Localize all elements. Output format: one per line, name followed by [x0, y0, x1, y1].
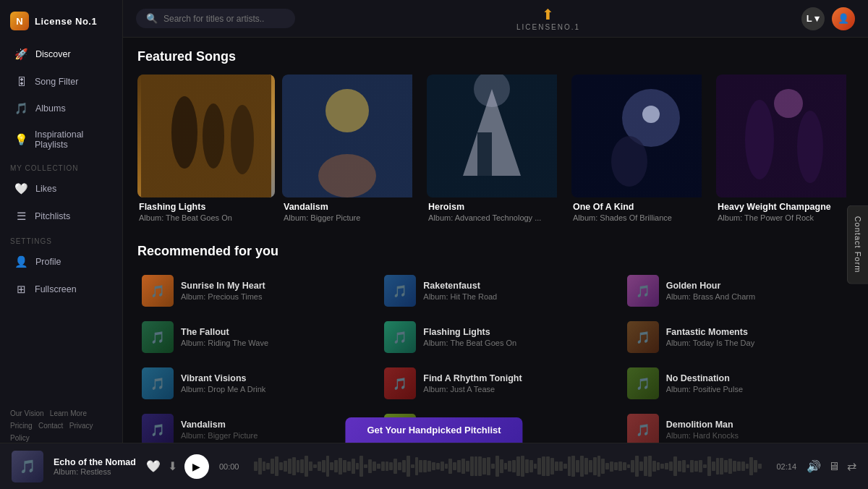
rec-album-fantastic: Album: Today Is The Day [666, 339, 793, 347]
like-btn-fantastic[interactable]: 🤍 [817, 330, 832, 344]
like-btn-flashing2[interactable]: 🤍 [574, 330, 590, 344]
like-btn-modular[interactable]: 🤍 [574, 422, 590, 437]
brand-icon: ⬆ [542, 6, 554, 23]
rec-row-fantastic-moments[interactable]: 🎵 Fantastic Moments Album: Today Is The … [623, 315, 854, 359]
download-btn-nodest[interactable]: ⬇ [801, 376, 812, 391]
rec-thumb-golden-hour: 🎵 [627, 275, 659, 307]
download-btn-golden[interactable]: ⬇ [801, 284, 812, 298]
player-waveform[interactable] [254, 454, 762, 479]
shuffle-button[interactable]: ⇄ [847, 459, 856, 473]
rec-row-vibrant[interactable]: 🎵 Vibrant Visions Album: Drop Me A Drink… [137, 362, 368, 405]
like-btn-raketenfaust[interactable]: 🤍 [574, 284, 590, 298]
footer-link-pricing[interactable]: Pricing [10, 422, 33, 430]
rec-title-fantastic: Fantastic Moments [666, 327, 793, 337]
rec-info-vibrant: Vibrant Visions Album: Drop Me A Drink [181, 373, 308, 394]
more-btn-nodest[interactable]: ⋮ [836, 376, 849, 391]
download-btn-vandalism2[interactable]: ⬇ [315, 422, 327, 437]
like-btn-fallout[interactable]: 🤍 [331, 330, 346, 344]
sidebar-item-label: Albums [35, 103, 66, 114]
featured-card-heroism[interactable]: Heroism Album: Advanced Technology ... [427, 75, 564, 226]
like-btn-sunrise[interactable]: 🤍 [331, 284, 346, 298]
featured-art-4 [571, 75, 709, 197]
sidebar-item-discover[interactable]: 🚀 Discover [4, 41, 118, 67]
rec-row-flashing-lights-2[interactable]: 🎵 Flashing Lights Album: The Beat Goes O… [380, 315, 610, 359]
rec-row-sunrise[interactable]: 🎵 Sunrise In My Heart Album: Precious Ti… [137, 269, 368, 312]
play-pause-button[interactable]: ▶ [184, 454, 209, 479]
sidebar-item-fullscreen[interactable]: ⊞ Fullscreen [4, 276, 118, 302]
rec-title-vandalism-2: Vandalism [181, 420, 308, 430]
search-box[interactable]: 🔍 [136, 9, 295, 28]
more-btn-demolition[interactable]: ⋮ [836, 422, 849, 437]
rec-info-demolition: Demolition Man Album: Hard Knocks [666, 420, 793, 440]
cta-banner[interactable]: Get Your Handpicked Pitchlist [345, 417, 522, 443]
topbar-center: ⬆ LICENSENO.1 [305, 6, 791, 31]
featured-card-vandalism[interactable]: Vandalism Album: Bigger Picture [282, 75, 420, 226]
more-btn-fallout[interactable]: ⋮ [351, 330, 364, 344]
sidebar-item-pitchlists[interactable]: ☰ Pitchlists [4, 203, 118, 229]
logo-icon: N [10, 12, 29, 30]
rec-row-raketenfaust[interactable]: 🎵 Raketenfaust Album: Hit The Road ⬇ 🤍 ⋮ [380, 269, 610, 312]
sidebar-item-albums[interactable]: 🎵 Albums [4, 95, 118, 122]
download-btn-sunrise[interactable]: ⬇ [315, 284, 327, 298]
like-btn-nodest[interactable]: 🤍 [817, 376, 832, 391]
like-btn-vandalism2[interactable]: 🤍 [331, 422, 346, 437]
more-btn-sunrise[interactable]: ⋮ [351, 284, 364, 298]
more-btn-vibrant[interactable]: ⋮ [351, 376, 364, 391]
more-btn-raketenfaust[interactable]: ⋮ [594, 284, 607, 298]
more-btn-fantastic[interactable]: ⋮ [836, 330, 849, 344]
like-btn-demolition[interactable]: 🤍 [817, 422, 832, 437]
download-btn-vibrant[interactable]: ⬇ [315, 376, 327, 391]
sidebar-item-likes[interactable]: 🤍 Likes [4, 176, 118, 202]
rec-album-raketenfaust: Album: Hit The Road [423, 292, 550, 301]
rec-album-demolition: Album: Hard Knocks [666, 431, 793, 440]
sidebar-item-profile[interactable]: 👤 Profile [4, 249, 118, 275]
rec-row-demolition-man[interactable]: 🎵 Demolition Man Album: Hard Knocks ⬇ 🤍 … [623, 408, 854, 443]
download-btn-flashing2[interactable]: ⬇ [558, 330, 570, 344]
rec-title-raketenfaust: Raketenfaust [423, 281, 550, 291]
screen-button[interactable]: 🖥 [828, 460, 840, 473]
rec-row-vandalism-2[interactable]: 🎵 Vandalism Album: Bigger Picture ⬇ 🤍 ⋮ [137, 408, 368, 443]
more-btn-golden[interactable]: ⋮ [836, 284, 849, 298]
sidebar-item-label: Likes [35, 184, 56, 194]
featured-art-2 [282, 75, 420, 197]
featured-art-5 [716, 75, 854, 197]
likes-icon: 🤍 [14, 182, 28, 195]
player-download-btn[interactable]: ⬇ [168, 459, 177, 473]
featured-card-flashing-lights[interactable]: Flashing Lights Album: The Beat Goes On [137, 75, 275, 226]
rec-row-golden-hour[interactable]: 🎵 Golden Hour Album: Brass And Charm ⬇ 🤍… [623, 269, 854, 312]
contact-form-tab[interactable]: Contact Form [847, 205, 868, 284]
rec-row-no-destination[interactable]: 🎵 No Destination Album: Positive Pulse ⬇… [623, 362, 854, 405]
rec-row-find-rhythm[interactable]: 🎵 Find A Rhythm Tonight Album: Just A Te… [380, 362, 610, 405]
featured-card-heavy-weight[interactable]: Heavy Weight Champagne Album: The Power … [716, 75, 854, 226]
more-btn-modular[interactable]: ⋮ [594, 422, 607, 437]
search-input[interactable] [163, 14, 285, 24]
download-btn-raketenfaust[interactable]: ⬇ [558, 284, 570, 298]
like-btn-vibrant[interactable]: 🤍 [331, 376, 346, 391]
topbar-right: L ▾ 👤 [801, 7, 855, 30]
rec-title-golden-hour: Golden Hour [666, 281, 793, 291]
footer-link-vision[interactable]: Our Vision [10, 409, 44, 417]
download-btn-modular[interactable]: ⬇ [558, 422, 570, 437]
footer-link-learn[interactable]: Learn More [50, 409, 87, 417]
like-btn-rhythm[interactable]: 🤍 [574, 376, 590, 391]
featured-card-one-of-a-kind[interactable]: One Of A Kind Album: Shades Of Brillianc… [571, 75, 709, 226]
sidebar-item-inspirational-playlists[interactable]: 💡 Inspirational Playlists [4, 123, 118, 156]
download-btn-fantastic[interactable]: ⬇ [801, 330, 812, 344]
download-btn-rhythm[interactable]: ⬇ [558, 376, 570, 391]
volume-button[interactable]: 🔊 [807, 459, 821, 473]
like-btn-golden[interactable]: 🤍 [817, 284, 832, 298]
download-btn-demolition[interactable]: ⬇ [801, 422, 812, 437]
settings-section-label: Settings [0, 230, 122, 248]
user-avatar-l[interactable]: L ▾ [801, 7, 825, 30]
player-like-btn[interactable]: 🤍 [146, 459, 161, 473]
sidebar-item-song-filter[interactable]: 🎛 Song Filter [4, 69, 118, 94]
footer-link-contact[interactable]: Contact [38, 422, 63, 430]
svg-point-1 [171, 96, 197, 169]
featured-card-title-4: One Of A Kind [573, 202, 707, 212]
rec-row-fallout[interactable]: 🎵 The Fallout Album: Riding The Wave ⬇ 🤍… [137, 315, 368, 359]
user-avatar-img[interactable]: 👤 [832, 7, 855, 30]
download-btn-fallout[interactable]: ⬇ [315, 330, 327, 344]
more-btn-rhythm[interactable]: ⋮ [594, 376, 607, 391]
more-btn-flashing2[interactable]: ⋮ [594, 330, 607, 344]
player-left-actions: 🤍 ⬇ ▶ [146, 454, 209, 479]
